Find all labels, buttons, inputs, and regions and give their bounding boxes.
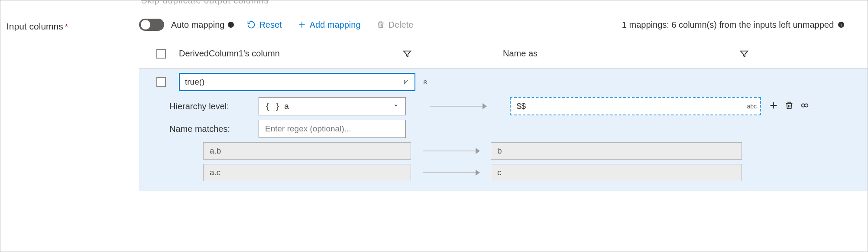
filter-icon[interactable] — [739, 49, 749, 59]
filter-icon[interactable] — [402, 49, 412, 59]
hierarchy-level-select[interactable]: { } a — [259, 97, 406, 115]
target-pattern-input[interactable]: $$ abc — [510, 97, 761, 115]
link-icon[interactable] — [800, 101, 810, 112]
required-star: * — [65, 22, 68, 31]
expression-builder-icon[interactable] — [402, 79, 409, 85]
name-matches-label: Name matches: — [169, 124, 259, 134]
svg-point-0 — [802, 104, 805, 107]
select-all-checkbox[interactable] — [156, 49, 166, 59]
add-mapping-button[interactable]: Add mapping — [298, 20, 361, 30]
collapse-icon[interactable] — [421, 77, 429, 87]
reset-button[interactable]: Reset — [247, 20, 282, 30]
info-icon[interactable]: i — [838, 22, 844, 28]
chevron-down-icon — [392, 101, 399, 111]
column-headers: DerivedColumn1's column Name as — [139, 38, 868, 69]
mapping-status: 1 mappings: 6 column(s) from the inputs … — [622, 20, 834, 30]
hierarchy-level-label: Hierarchy level: — [169, 101, 259, 111]
string-type-icon: abc — [747, 103, 757, 110]
rule-expression-input[interactable]: true() — [179, 73, 415, 91]
auto-mapping-label: Auto mapping — [171, 20, 224, 30]
toolbar: Auto mapping i Reset Add mapping Delete … — [139, 0, 868, 38]
mapping-arrow-icon — [423, 172, 479, 173]
trash-icon — [376, 20, 385, 29]
braces-icon: { } — [265, 101, 280, 111]
reset-icon — [247, 20, 256, 29]
preview-target-cell: c — [491, 164, 742, 181]
clipped-option-text: Skip duplicate output columns — [141, 0, 269, 6]
svg-point-1 — [805, 104, 808, 107]
name-matches-input[interactable]: Enter regex (optional)... — [259, 120, 406, 138]
section-label: Input columns* — [0, 0, 139, 32]
mapping-arrow-icon — [430, 106, 486, 107]
source-column-header: DerivedColumn1's column — [179, 49, 402, 59]
add-button[interactable] — [769, 101, 778, 112]
rule-row: true() Hierarchy level: { } a — [139, 69, 868, 191]
delete-row-button[interactable] — [784, 101, 794, 112]
auto-mapping-toggle[interactable] — [139, 19, 164, 31]
target-column-header: Name as — [503, 49, 739, 59]
preview-target-cell: b — [491, 142, 742, 160]
row-checkbox[interactable] — [156, 77, 166, 87]
plus-icon — [298, 20, 306, 29]
preview-source-cell: a.b — [203, 142, 411, 160]
delete-button: Delete — [376, 20, 414, 30]
mapping-arrow-icon — [423, 151, 479, 151]
preview-source-cell: a.c — [203, 164, 411, 181]
info-icon[interactable]: i — [228, 22, 234, 28]
